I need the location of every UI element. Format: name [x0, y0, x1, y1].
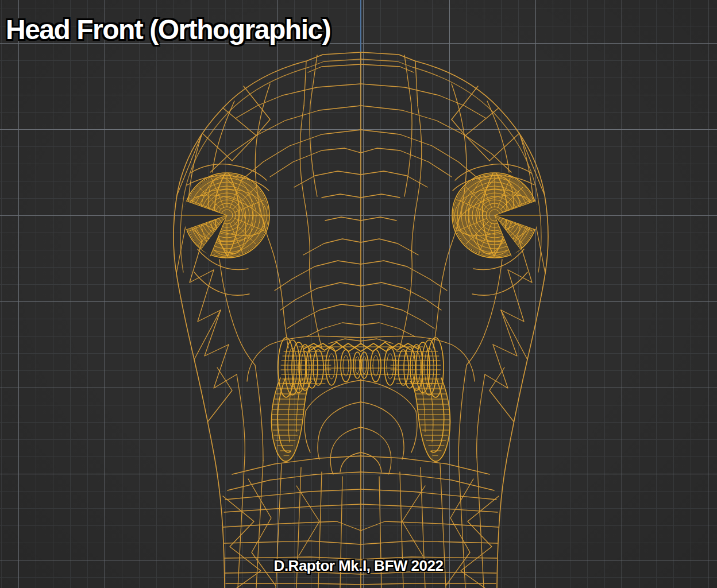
3d-viewport[interactable]: Head Front (Orthographic) D.Raptor Mk.I,… [0, 0, 717, 588]
head-left-half [174, 52, 362, 588]
viewport-title-overlay: Head Front (Orthographic) [6, 14, 330, 45]
model-caption: D.Raptor Mk.I, BFW 2022 [274, 557, 444, 575]
wireframe-head-model[interactable] [0, 0, 717, 588]
fang [271, 377, 311, 461]
